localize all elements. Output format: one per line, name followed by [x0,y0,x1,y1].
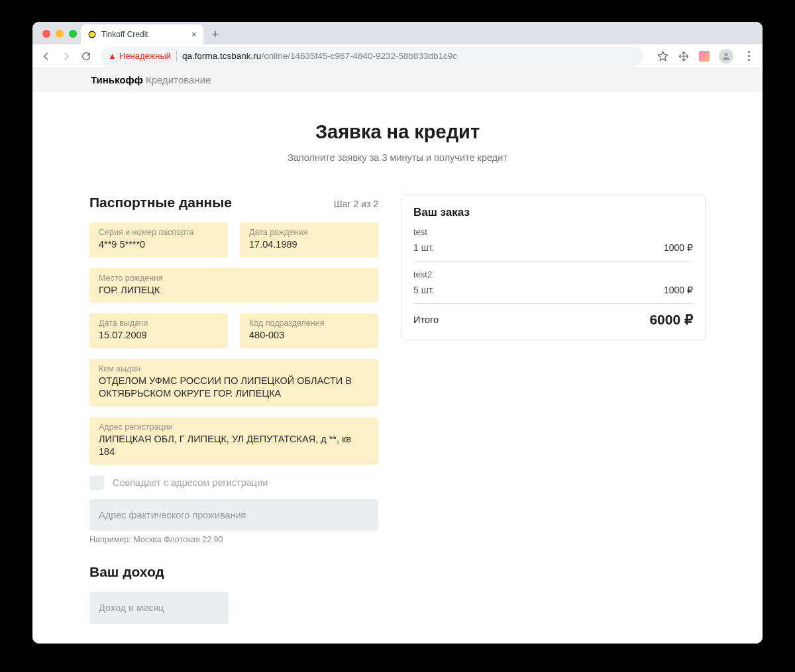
tab-bar: Tinkoff Credit × + [32,22,763,44]
order-total-value: 6000 ₽ [649,312,693,328]
order-item-name: test [413,227,693,237]
address-bar: ▲Ненадежный qa.forma.tcsbank.ru/online/1… [32,44,763,68]
nav-reload-button[interactable] [80,50,92,62]
actual-address-input[interactable]: Адрес фактического проживания [89,499,378,531]
new-tab-button[interactable]: + [206,25,225,44]
browser-window: Tinkoff Credit × + ▲Ненадежный qa.forma.… [32,22,763,644]
order-item-name: test2 [413,269,693,279]
issued-by-field[interactable]: Кем выдан ОТДЕЛОМ УФМС РОССИИ ПО ЛИПЕЦКО… [89,359,378,407]
minimize-window-icon[interactable] [56,30,64,38]
same-address-checkbox-row: Совпадает с адресом регистрации [89,475,378,490]
address-hint: Например: Москва Флотская 22 90 [89,535,378,544]
brand-bar: Тинькофф Кредитование [32,68,763,92]
page-subtitle: Заполните заявку за 3 минуты и получите … [89,152,706,163]
omnibox[interactable]: ▲Ненадежный qa.forma.tcsbank.ru/online/1… [100,47,643,66]
window-controls [40,30,81,44]
order-total: Итого 6000 ₽ [413,312,693,328]
profile-avatar-icon[interactable] [719,49,733,64]
order-line: 5 шт. 1000 ₽ [413,285,693,304]
registration-address-field[interactable]: Адрес регистрации ЛИПЕЦКАЯ ОБЛ, Г ЛИПЕЦК… [89,417,378,465]
dept-code-field[interactable]: Код подразделения 480-003 [240,313,378,348]
browser-tab[interactable]: Tinkoff Credit × [81,24,203,44]
order-box: Ваш заказ test 1 шт. 1000 ₽ test2 5 шт. … [401,195,706,340]
url-text: qa.forma.tcsbank.ru/online/14635f45-c967… [182,51,457,61]
nav-forward-button[interactable] [60,50,72,62]
step-indicator: Шаг 2 из 2 [334,199,378,209]
page-content: Тинькофф Кредитование Заявка на кредит З… [32,68,763,644]
svg-point-0 [724,52,727,56]
extension-move-icon[interactable] [678,50,690,62]
birthplace-field[interactable]: Место рождения ГОР. ЛИПЕЦК [89,268,378,303]
bookmark-star-icon[interactable] [657,50,668,62]
order-item-price: 1000 ₽ [664,242,693,253]
close-window-icon[interactable] [42,30,50,38]
page-title: Заявка на кредит [89,121,706,143]
order-line: 1 шт. 1000 ₽ [413,242,693,262]
passport-series-field[interactable]: Серия и номер паспорта 4**9 5****0 [89,222,228,258]
same-address-checkbox[interactable] [89,475,104,490]
order-summary-column: Ваш заказ test 1 шт. 1000 ₽ test2 5 шт. … [401,195,706,340]
issue-date-field[interactable]: Дата выдачи 15.07.2009 [89,313,228,348]
same-address-label: Совпадает с адресом регистрации [113,477,268,488]
brand-logo-text: Тинькофф Кредитование [91,74,211,85]
tab-close-icon[interactable]: × [191,29,197,40]
order-item-qty: 5 шт. [413,285,435,295]
order-item-qty: 1 шт. [413,242,435,253]
separator [176,51,177,62]
income-section-title: Ваш доход [89,564,378,580]
dob-field[interactable]: Дата рождения 17.04.1989 [240,222,378,258]
form-column: Паспортные данные Шаг 2 из 2 Серия и ном… [89,195,378,644]
extension-icon[interactable] [699,51,710,62]
order-title: Ваш заказ [413,206,693,219]
nav-back-button[interactable] [40,50,52,62]
income-input[interactable]: Доход в месяц [89,592,229,624]
tab-title: Tinkoff Credit [101,30,148,39]
browser-menu-icon[interactable] [743,50,755,62]
order-item-price: 1000 ₽ [664,285,693,295]
maximize-window-icon[interactable] [69,30,77,38]
insecure-warning-icon: ▲Ненадежный [108,51,171,61]
order-total-label: Итого [413,314,439,325]
passport-section-title: Паспортные данные [89,195,232,211]
favicon-icon [87,30,97,39]
